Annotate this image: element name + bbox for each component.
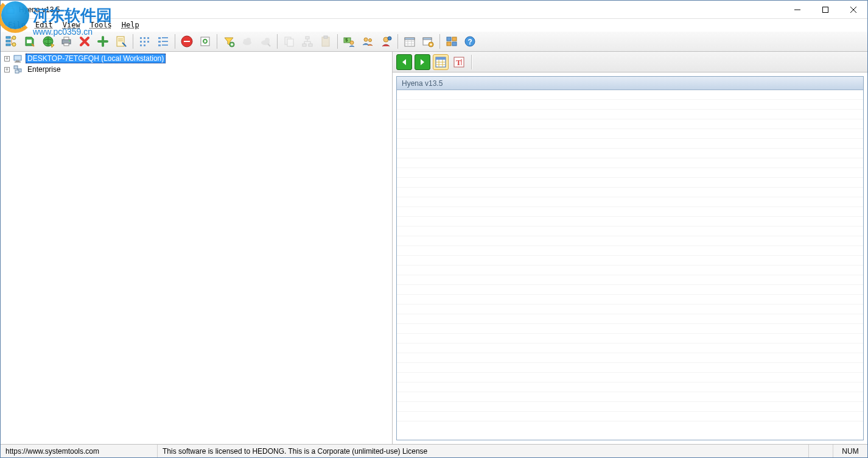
expand-icon[interactable]: + <box>4 67 10 72</box>
svg-text:?: ? <box>468 38 472 46</box>
tree-item-label: DESKTOP-7ETGFQH (Local Workstation) <box>26 54 166 63</box>
list-row <box>397 275 863 285</box>
toolbar-separator <box>175 34 175 49</box>
toolbar-separator <box>133 34 133 49</box>
book-add-icon[interactable] <box>21 33 38 50</box>
list-row <box>397 314 863 324</box>
cloud1-icon[interactable] <box>239 33 256 50</box>
org-chart-icon[interactable] <box>299 33 316 50</box>
svg-rect-29 <box>147 37 149 39</box>
paste-icon[interactable] <box>317 33 334 50</box>
tree-item-enterprise[interactable]: + Enterprise <box>1 64 392 75</box>
list-row <box>397 392 863 402</box>
menu-help[interactable]: Help <box>117 20 144 30</box>
toggle-grid-button[interactable] <box>433 54 449 70</box>
stop-icon[interactable] <box>178 33 195 50</box>
user-head-icon[interactable] <box>377 33 394 50</box>
app-window: Hyena v13.5 File Edit View Tools Help <box>0 0 868 458</box>
list-row <box>397 178 863 188</box>
users-icon[interactable] <box>359 33 376 50</box>
menu-edit[interactable]: Edit <box>30 20 58 30</box>
filter-icon[interactable] <box>220 33 237 50</box>
print-icon[interactable] <box>58 33 75 50</box>
content-list-container: Hyena v13.5 <box>396 76 864 440</box>
svg-rect-51 <box>309 44 312 46</box>
list-row <box>397 168 863 178</box>
svg-rect-39 <box>201 37 209 46</box>
svg-rect-28 <box>144 44 145 46</box>
servers-icon <box>13 65 23 74</box>
svg-rect-82 <box>15 70 19 73</box>
calendar-gear-icon[interactable] <box>419 33 436 50</box>
money-user-icon[interactable]: $ <box>341 33 358 50</box>
list-row <box>397 90 863 100</box>
svg-rect-19 <box>117 37 124 46</box>
small-icons-icon[interactable] <box>136 33 153 50</box>
copy-icon[interactable] <box>281 33 298 50</box>
menu-view[interactable]: View <box>58 20 85 30</box>
right-panel: T Hyena v13.5 <box>393 52 867 444</box>
svg-rect-3 <box>823 7 828 12</box>
svg-rect-26 <box>144 37 145 39</box>
svg-rect-74 <box>452 42 457 46</box>
list-row <box>397 139 863 149</box>
tiles-icon[interactable] <box>443 33 460 50</box>
svg-rect-23 <box>140 37 142 39</box>
svg-text:$: $ <box>345 37 348 43</box>
list-row <box>397 129 863 139</box>
menu-file[interactable]: File <box>3 20 30 30</box>
status-bar: https://www.systemtools.com This softwar… <box>1 444 867 457</box>
computer-icon <box>13 54 23 63</box>
calendar-icon[interactable] <box>401 33 418 50</box>
list-row <box>397 266 863 275</box>
svg-rect-86 <box>436 57 446 60</box>
svg-marker-84 <box>421 59 424 65</box>
svg-rect-48 <box>287 39 293 46</box>
help-icon[interactable]: ? <box>461 33 478 50</box>
nav-back-button[interactable] <box>396 54 412 70</box>
add-plus-icon[interactable] <box>94 33 111 50</box>
svg-point-18 <box>69 40 70 41</box>
list-row <box>397 334 863 344</box>
content-header[interactable]: Hyena v13.5 <box>397 77 863 90</box>
svg-point-60 <box>388 37 391 40</box>
toolbar-separator <box>397 34 398 49</box>
list-row <box>397 353 863 363</box>
svg-point-56 <box>350 41 354 44</box>
maximize-button[interactable] <box>811 1 839 19</box>
toolbar-separator <box>471 55 472 69</box>
nav-forward-button[interactable] <box>415 54 430 70</box>
content-list[interactable] <box>397 90 863 440</box>
delete-x-icon[interactable] <box>76 33 93 50</box>
toolbar-separator <box>337 34 338 49</box>
refresh-icon[interactable] <box>197 33 214 50</box>
tree-servers-icon[interactable] <box>3 33 20 50</box>
tree-panel[interactable]: + DESKTOP-7ETGFQH (Local Workstation) + … <box>1 52 393 444</box>
toggle-text-button[interactable]: T <box>451 54 467 70</box>
object-tree: + DESKTOP-7ETGFQH (Local Workstation) + … <box>1 53 392 75</box>
cloud2-icon[interactable] <box>257 33 274 50</box>
list-row <box>397 236 863 246</box>
list-row <box>397 149 863 158</box>
world-icon[interactable] <box>40 33 57 50</box>
close-button[interactable] <box>839 1 867 19</box>
svg-rect-38 <box>184 41 190 42</box>
tree-item-local-workstation[interactable]: + DESKTOP-7ETGFQH (Local Workstation) <box>1 53 392 64</box>
svg-rect-80 <box>14 66 18 69</box>
svg-rect-68 <box>423 38 432 40</box>
svg-text:T: T <box>456 58 461 67</box>
svg-point-70 <box>430 44 432 46</box>
status-license: This software is licensed to HEDONG. Thi… <box>158 445 809 457</box>
svg-rect-33 <box>158 44 161 46</box>
list-view-icon[interactable] <box>155 33 172 50</box>
menu-tools[interactable]: Tools <box>85 20 117 30</box>
expand-icon[interactable]: + <box>4 56 10 62</box>
svg-marker-14 <box>51 44 54 48</box>
minimize-button[interactable] <box>783 1 811 19</box>
svg-rect-17 <box>64 43 69 46</box>
app-icon <box>5 5 15 15</box>
svg-rect-16 <box>64 37 69 40</box>
list-row <box>397 324 863 334</box>
properties-note-icon[interactable] <box>113 33 130 50</box>
svg-point-10 <box>12 36 16 40</box>
